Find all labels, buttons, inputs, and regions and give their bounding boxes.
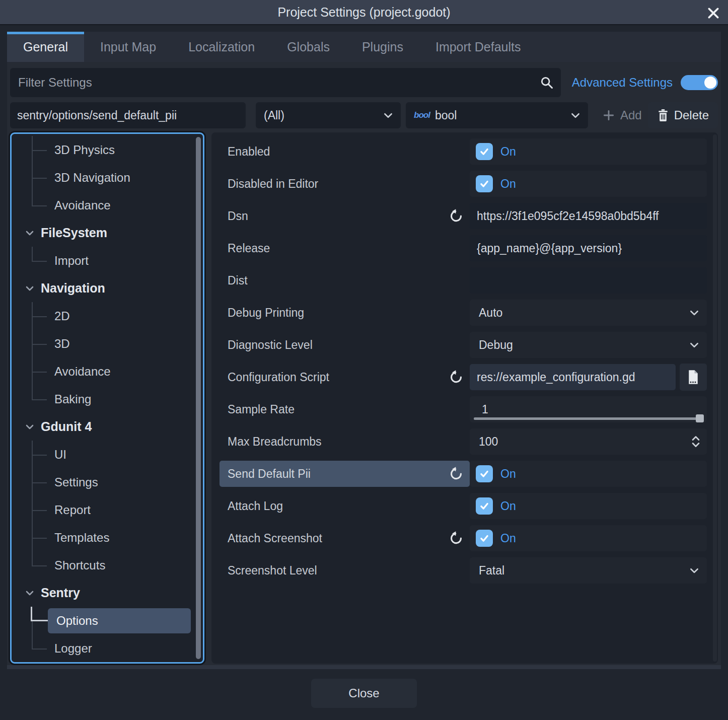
checkbox-field[interactable]: On [470,138,707,165]
titlebar: Project Settings (project.godot) [0,0,728,25]
trash-icon [657,109,669,122]
filter-row: Advanced Settings [10,68,718,97]
tree-item-logger[interactable]: Logger [12,634,203,662]
checkbox-checked-icon[interactable] [476,465,493,482]
revert-icon[interactable] [448,369,465,386]
property-inspector: Enabled On Disabled in Editor On [211,132,718,664]
dist-text-field[interactable] [470,267,707,294]
close-icon [707,7,720,20]
tree-item-3d[interactable]: 3D [12,330,203,357]
property-path-input[interactable] [10,102,246,128]
inspector-scrollbar-track[interactable] [713,134,717,662]
tree-item-templates[interactable]: Templates [12,524,203,551]
release-text-field[interactable]: {app_name}@{app_version} [470,235,707,261]
debug-printing-dropdown[interactable]: Auto [470,300,707,326]
row-diagnostic-level: Diagnostic Level Debug [220,329,718,361]
screenshot-level-dropdown[interactable]: Fatal [470,557,707,584]
filter-input-wrap [10,68,561,97]
property-label: Debug Printing [228,306,304,320]
tree-scrollbar-thumb[interactable] [196,137,201,659]
row-attach-screenshot: Attach Screenshot On [220,522,718,554]
slider-grabber[interactable] [696,414,704,422]
revert-icon[interactable] [448,465,465,482]
chevron-down-icon [571,113,580,118]
tab-globals[interactable]: Globals [271,32,346,62]
highlighted-property-label-wrap[interactable]: Send Default Pii [220,461,470,487]
add-button[interactable]: Add [602,108,642,122]
tree-item-2d[interactable]: 2D [12,302,203,330]
checkbox-field[interactable]: On [470,525,707,551]
tree-section-sentry[interactable]: Sentry [12,579,203,607]
dsn-text-field[interactable]: https://3f1e095cf2e14598a0bd5b4ff [470,203,707,229]
project-settings-dialog: Project Settings (project.godot) General… [0,0,728,720]
tree-item-avoidance[interactable]: Avoidance [12,191,203,219]
row-configuration-script: Configuration Script res://example_confi… [220,361,718,393]
search-icon [540,76,554,90]
tree-item-report[interactable]: Report [12,496,203,524]
checkbox-state-label: On [500,499,516,513]
tree-item-settings[interactable]: Settings [12,468,203,496]
property-label: Configuration Script [228,371,329,384]
sample-rate-field[interactable]: 1 [470,396,707,422]
chevron-down-icon [690,310,699,316]
tree-item-3d-navigation[interactable]: 3D Navigation [12,164,203,191]
row-send-default-pii: Send Default Pii On [220,458,718,490]
checkbox-state-label: On [500,177,516,191]
tree-item-options-selected[interactable]: Options [12,607,203,634]
property-label: Enabled [228,145,270,159]
checkbox-field[interactable]: On [470,493,707,519]
chevron-down-icon [26,231,34,236]
type-dropdown[interactable]: bool bool [406,102,588,128]
checkbox-field[interactable]: On [470,171,707,197]
checkbox-state-label: On [500,145,516,159]
checkbox-state-label: On [500,467,516,481]
checkbox-field[interactable]: On [470,461,707,487]
slider-track[interactable] [474,417,703,420]
dialog-footer: Close [0,669,728,720]
tab-plugins[interactable]: Plugins [346,32,419,62]
close-button[interactable]: Close [311,679,417,708]
tree-item-shortcuts[interactable]: Shortcuts [12,551,203,579]
property-label: Attach Screenshot [228,532,322,545]
checkbox-checked-icon[interactable] [476,530,493,547]
diagnostic-level-dropdown[interactable]: Debug [470,332,707,358]
tree-item-ui[interactable]: UI [12,441,203,468]
revert-icon[interactable] [448,530,465,547]
chevron-down-icon [690,342,699,348]
tree-item-avoidance-2[interactable]: Avoidance [12,357,203,385]
tree-section-filesystem[interactable]: FileSystem [12,219,203,247]
spinner-updown-icon[interactable] [691,435,701,448]
advanced-settings-toggle[interactable] [681,75,718,90]
script-resource-button[interactable] [680,364,707,391]
window-title: Project Settings (project.godot) [277,5,450,20]
row-debug-printing: Debug Printing Auto [220,297,718,329]
advanced-settings-label: Advanced Settings [572,76,673,90]
tree-section-gdunit4[interactable]: Gdunit 4 [12,413,203,441]
filter-settings-input[interactable] [10,68,561,97]
tab-general[interactable]: General [7,32,84,62]
row-dsn: Dsn https://3f1e095cf2e14598a0bd5b4ff [220,200,718,232]
main-split: 3D Physics 3D Navigation Avoidance FileS… [10,132,718,664]
tree-section-navigation[interactable]: Navigation [12,274,203,302]
max-breadcrumbs-spinner[interactable]: 100 [470,428,707,455]
tree-item-3d-physics[interactable]: 3D Physics [12,136,203,164]
row-dist: Dist [220,264,718,297]
checkbox-checked-icon[interactable] [476,175,493,192]
property-label: Disabled in Editor [228,177,318,191]
category-dropdown[interactable]: (All) [256,102,401,128]
chevron-down-icon [26,286,34,291]
checkbox-checked-icon[interactable] [476,497,493,515]
tab-localization[interactable]: Localization [172,32,271,62]
tab-import-defaults[interactable]: Import Defaults [419,32,537,62]
tree-item-baking[interactable]: Baking [12,385,203,413]
revert-icon[interactable] [448,207,465,225]
checkbox-checked-icon[interactable] [476,143,493,160]
property-label: Send Default Pii [228,467,311,481]
row-disabled-in-editor: Disabled in Editor On [220,168,718,200]
tree-item-import[interactable]: Import [12,247,203,274]
delete-button[interactable]: Delete [648,102,718,128]
property-label: Diagnostic Level [228,338,313,352]
tab-input-map[interactable]: Input Map [84,32,172,62]
window-close-button[interactable] [706,6,721,21]
configuration-script-field[interactable]: res://example_configuration.gd [470,364,676,390]
